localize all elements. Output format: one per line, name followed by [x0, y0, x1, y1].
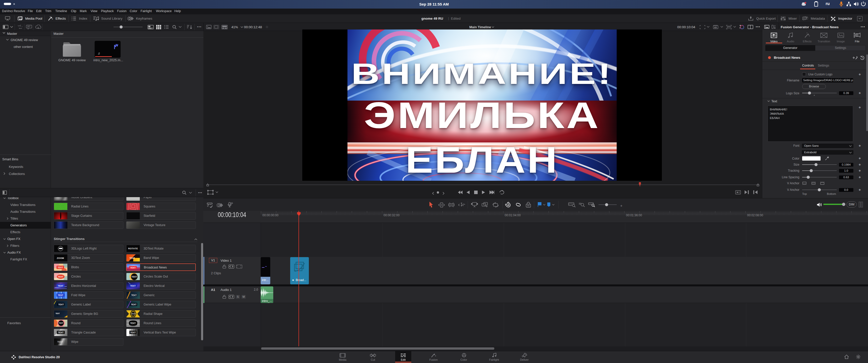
svg-text:HQ: HQ: [715, 27, 717, 28]
